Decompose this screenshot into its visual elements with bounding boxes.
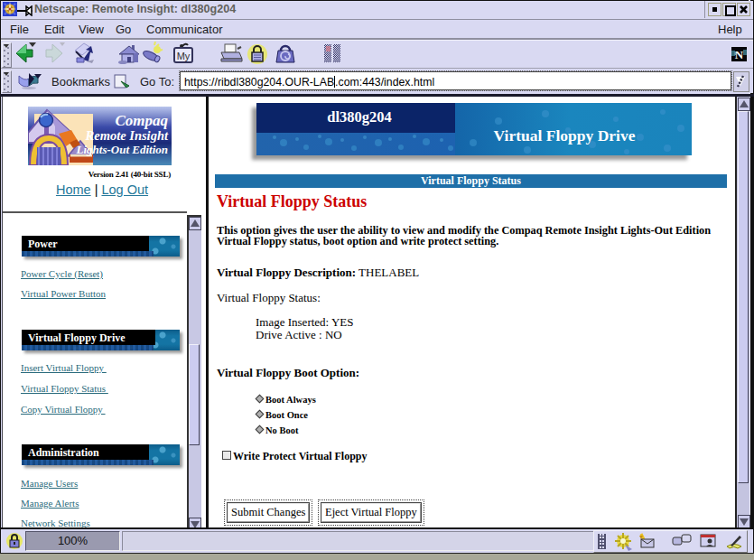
svg-text:My: My xyxy=(177,51,191,61)
svg-text:N: N xyxy=(735,48,744,61)
svg-text:Virtual Floppy Drive: Virtual Floppy Drive xyxy=(494,126,636,145)
svg-text:Lights-Out Edition: Lights-Out Edition xyxy=(76,143,169,156)
svg-text:Remote Insight: Remote Insight xyxy=(85,128,169,143)
svg-text:dl380g204: dl380g204 xyxy=(327,108,392,126)
svg-text:Compaq: Compaq xyxy=(115,112,168,129)
